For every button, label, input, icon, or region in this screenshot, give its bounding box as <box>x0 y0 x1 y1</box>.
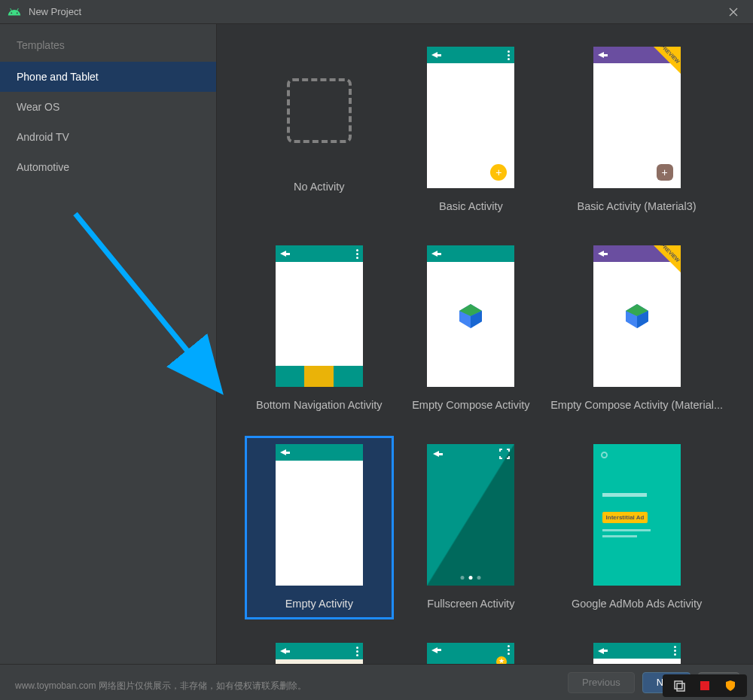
template-basic-activity-material3[interactable]: PREVIEW + Basic Activity (Material3) <box>550 41 723 220</box>
sidebar-item-phone-and-tablet[interactable]: Phone and Tablet <box>0 62 216 92</box>
form-preview <box>593 643 681 664</box>
tray-windows-icon[interactable] <box>669 677 690 694</box>
template-bottom-navigation-activity[interactable]: Bottom Navigation Activity <box>247 239 392 418</box>
template-google-admob-ads-activity[interactable]: Interstitial Ad Google AdMob Ads Activit… <box>550 438 723 617</box>
templates-area: No Activity + Basic Activity PREVIEW + B… <box>217 24 753 664</box>
basic-activity-preview: + <box>427 47 514 188</box>
sidebar-item-android-tv[interactable]: Android TV <box>0 122 216 152</box>
template-partial-list[interactable] <box>399 637 544 664</box>
back-arrow-icon <box>280 449 286 455</box>
menu-dots-icon <box>356 650 358 653</box>
close-button[interactable] <box>721 4 745 20</box>
back-arrow-icon <box>598 648 604 654</box>
back-arrow-icon <box>280 648 286 654</box>
back-arrow-icon <box>431 251 437 257</box>
back-arrow-icon <box>431 647 437 653</box>
template-partial-form[interactable] <box>550 637 723 664</box>
android-logo-icon <box>8 5 21 19</box>
compose-logo-icon <box>622 301 652 331</box>
template-fullscreen-activity[interactable]: Fullscreen Activity <box>399 438 544 617</box>
back-arrow-icon <box>433 451 439 457</box>
back-arrow-icon <box>598 52 604 58</box>
sidebar: Templates Phone and Tablet Wear OS Andro… <box>0 24 217 664</box>
svg-rect-10 <box>700 681 709 690</box>
menu-dots-icon <box>508 54 510 56</box>
tray-shield-icon[interactable] <box>720 677 741 694</box>
fullscreen-preview <box>427 444 514 586</box>
template-no-activity[interactable]: No Activity <box>247 41 392 220</box>
compose-preview <box>427 245 514 387</box>
menu-dots-icon <box>674 650 676 652</box>
sidebar-item-wear-os[interactable]: Wear OS <box>0 92 216 122</box>
fab-plus-icon: + <box>657 164 673 181</box>
no-activity-preview-icon <box>287 78 352 143</box>
previous-button: Previous <box>568 672 635 693</box>
menu-dots-icon <box>356 253 358 255</box>
admob-preview: Interstitial Ad <box>593 444 681 586</box>
back-arrow-icon <box>280 251 286 257</box>
menu-dots-icon <box>508 649 510 651</box>
template-google-maps-activity[interactable] <box>247 637 392 664</box>
svg-rect-9 <box>677 683 684 691</box>
basic-activity-m3-preview: PREVIEW + <box>593 47 681 188</box>
system-tray <box>663 674 747 697</box>
fab-plus-icon: + <box>490 164 507 181</box>
svg-rect-8 <box>675 681 682 689</box>
window-title: New Project <box>29 6 81 17</box>
compose-logo-icon <box>456 301 486 331</box>
fullscreen-icon <box>499 449 510 459</box>
template-empty-compose-activity[interactable]: Empty Compose Activity <box>399 239 544 418</box>
list-preview <box>427 643 514 664</box>
bottom-nav-preview <box>276 245 363 387</box>
empty-activity-preview <box>276 444 363 586</box>
template-empty-activity[interactable]: Empty Activity <box>247 438 392 617</box>
titlebar: New Project <box>0 0 753 24</box>
tray-amd-icon[interactable] <box>694 677 715 694</box>
back-arrow-icon <box>598 251 604 257</box>
back-arrow-icon <box>431 52 437 58</box>
sidebar-heading: Templates <box>0 24 216 62</box>
template-basic-activity[interactable]: + Basic Activity <box>399 41 544 220</box>
star-circle-icon <box>496 656 507 664</box>
compose-m3-preview: PREVIEW <box>593 245 681 387</box>
sidebar-item-automotive[interactable]: Automotive <box>0 152 216 182</box>
template-empty-compose-activity-material3[interactable]: PREVIEW Empty Compose Activity (Material… <box>550 239 723 418</box>
maps-preview <box>276 643 363 664</box>
watermark-text: www.toymoban.com 网络图片仅供展示，非存储，如有侵权请联系删除。 <box>15 680 306 692</box>
